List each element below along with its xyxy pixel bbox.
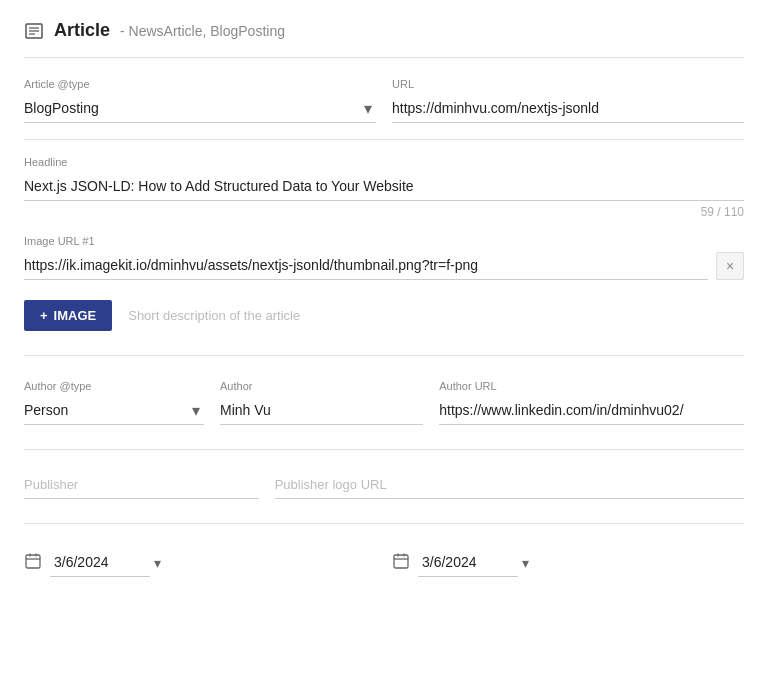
calendar-modified-icon: [392, 552, 410, 574]
remove-image-button[interactable]: ×: [716, 252, 744, 280]
url-label: URL: [392, 78, 744, 90]
article-type-select[interactable]: BlogPosting NewsArticle Article: [24, 94, 376, 123]
image-url-field: Image URL #1: [24, 235, 708, 280]
date-published-input[interactable]: [50, 548, 150, 577]
image-url-row: Image URL #1 ×: [24, 235, 744, 280]
author-type-select-wrapper: Person Organization ▾: [24, 396, 204, 425]
url-field: URL: [392, 78, 744, 123]
image-url-input[interactable]: [24, 251, 708, 280]
divider-1: [24, 139, 744, 140]
article-type-label: Article @type: [24, 78, 376, 90]
author-url-label: Author URL: [439, 380, 744, 392]
image-url-label: Image URL #1: [24, 235, 708, 247]
article-type-field: Article @type BlogPosting NewsArticle Ar…: [24, 78, 376, 123]
plus-icon: +: [40, 308, 48, 323]
url-input[interactable]: [392, 94, 744, 123]
char-count: 59 / 110: [24, 205, 744, 219]
article-type-select-wrapper: BlogPosting NewsArticle Article ▾: [24, 94, 376, 123]
date-modified-chevron-icon[interactable]: ▾: [522, 555, 529, 571]
svg-rect-8: [394, 555, 408, 568]
description-input[interactable]: [128, 302, 744, 330]
headline-field: Headline: [24, 156, 744, 201]
author-type-label: Author @type: [24, 380, 204, 392]
page-title: Article: [54, 20, 110, 41]
publisher-input[interactable]: [24, 470, 259, 499]
publisher-row: [24, 470, 744, 524]
add-image-button[interactable]: + IMAGE: [24, 300, 112, 331]
date-modified-field: ▾: [392, 548, 744, 577]
headline-section: Headline 59 / 110: [24, 156, 744, 219]
author-type-field: Author @type Person Organization ▾: [24, 380, 204, 425]
date-modified-input[interactable]: [418, 548, 518, 577]
author-name-input[interactable]: [220, 396, 423, 425]
form-header: Article - NewsArticle, BlogPosting: [24, 20, 744, 58]
author-url-input[interactable]: [439, 396, 744, 425]
article-icon: [24, 21, 44, 41]
author-type-select[interactable]: Person Organization: [24, 396, 204, 425]
add-image-label: IMAGE: [54, 308, 97, 323]
author-url-field: Author URL: [439, 380, 744, 425]
author-name-field: Author: [220, 380, 423, 425]
page-subtitle: - NewsArticle, BlogPosting: [120, 23, 285, 39]
calendar-published-icon: [24, 552, 42, 574]
headline-input[interactable]: [24, 172, 744, 201]
date-row: ▾ ▾: [24, 548, 744, 577]
date-published-chevron-icon[interactable]: ▾: [154, 555, 161, 571]
action-row: + IMAGE: [24, 300, 744, 356]
svg-rect-4: [26, 555, 40, 568]
publisher-logo-input[interactable]: [275, 470, 744, 499]
date-published-wrapper: ▾: [50, 548, 161, 577]
author-name-label: Author: [220, 380, 423, 392]
publisher-field: [24, 470, 259, 499]
author-row: Author @type Person Organization ▾ Autho…: [24, 380, 744, 450]
headline-label: Headline: [24, 156, 744, 168]
date-published-field: ▾: [24, 548, 376, 577]
date-modified-wrapper: ▾: [418, 548, 529, 577]
article-form: Article - NewsArticle, BlogPosting Artic…: [0, 0, 768, 675]
publisher-logo-field: [275, 470, 744, 499]
type-url-row: Article @type BlogPosting NewsArticle Ar…: [24, 78, 744, 123]
